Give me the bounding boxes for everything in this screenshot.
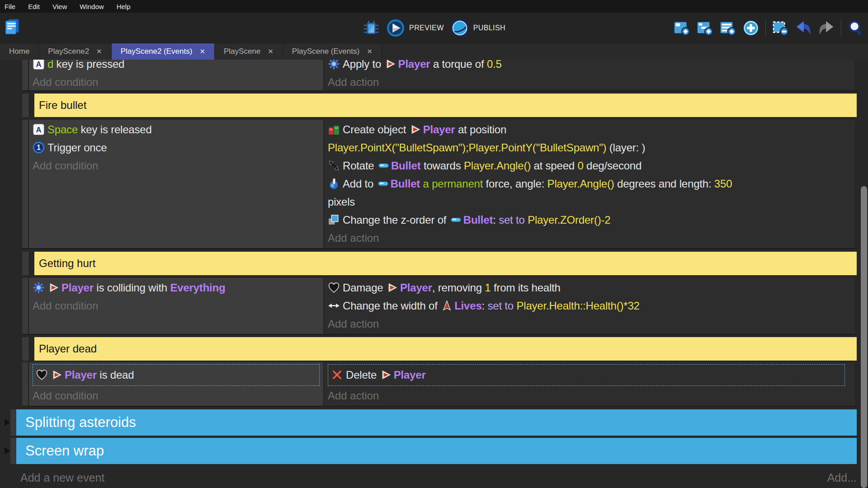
group-label: Getting hurt xyxy=(39,257,95,270)
trigger-once-icon: 1 xyxy=(33,141,45,154)
add-condition-button[interactable]: Add condition xyxy=(33,73,323,91)
condition-item[interactable]: ASpace key is released xyxy=(33,121,323,139)
keyboard-icon: A xyxy=(33,123,45,136)
debugger-icon[interactable] xyxy=(363,19,380,37)
collapse-arrow-icon[interactable] xyxy=(5,419,10,426)
action-item[interactable]: Add to Bullet a permanent force, angle: … xyxy=(328,175,846,211)
publish-button[interactable]: PUBLISH xyxy=(450,19,505,38)
group-gutter xyxy=(22,94,30,117)
menu-item-file[interactable]: File xyxy=(5,3,15,10)
group-header-splitting-asteroids[interactable]: Splitting asteroids xyxy=(16,409,857,436)
condition-item[interactable]: Ad key is pressed xyxy=(33,60,323,73)
event-drag-handle[interactable] xyxy=(22,278,29,334)
group-label: Player dead xyxy=(39,343,97,355)
undo-icon[interactable] xyxy=(795,19,812,37)
add-new-event-button[interactable]: Add a new event xyxy=(20,471,104,484)
toolbar-separator xyxy=(841,19,841,37)
event-row: Player is deadAdd conditionDelete Player… xyxy=(22,362,857,407)
add-action-button[interactable]: Add action xyxy=(328,315,846,333)
vertical-scrollbar[interactable] xyxy=(861,186,867,488)
event-group-row: Player dead xyxy=(22,337,857,361)
preview-button[interactable]: PREVIEW xyxy=(386,19,444,38)
tab-playscene2-events[interactable]: PlayScene2 (Events)✕ xyxy=(112,43,215,60)
heart-icon xyxy=(36,369,48,381)
add-condition-button[interactable]: Add condition xyxy=(33,387,323,405)
add-subevent-icon[interactable] xyxy=(696,19,713,37)
group-gutter xyxy=(22,337,30,361)
actions-cell: Create object Player at position Player.… xyxy=(324,120,855,248)
bullet-icon xyxy=(377,178,389,189)
player-icon xyxy=(52,369,63,380)
action-item[interactable]: Delete Player xyxy=(331,366,842,384)
player-icon xyxy=(387,282,398,293)
add-condition-button[interactable]: Add condition xyxy=(33,297,323,315)
remove-selection-icon[interactable] xyxy=(772,19,789,37)
condition-item[interactable]: 1Trigger once xyxy=(33,139,323,157)
close-icon[interactable]: ✕ xyxy=(268,47,274,56)
tab-home[interactable]: Home xyxy=(0,43,39,60)
action-item[interactable]: Change the z-order of Bullet: set to Pla… xyxy=(328,211,846,229)
group-header-fire-bullet[interactable]: Fire bullet xyxy=(34,94,857,117)
selected-action-box: Delete Player xyxy=(328,364,845,386)
group-header-player-dead[interactable]: Player dead xyxy=(34,337,857,361)
svg-text:A: A xyxy=(36,60,42,69)
player-icon xyxy=(381,369,392,380)
event-drag-handle[interactable] xyxy=(22,362,29,406)
group-gutter xyxy=(22,252,30,275)
collapse-arrow-icon[interactable] xyxy=(5,447,10,455)
add-action-button[interactable]: Add action xyxy=(328,387,846,405)
action-item[interactable]: Change the width of Lives: set to Player… xyxy=(328,297,846,315)
player-icon xyxy=(48,282,60,293)
action-item[interactable]: Rotate Bullet towards Player.Angle() at … xyxy=(328,157,846,175)
close-icon[interactable]: ✕ xyxy=(367,47,373,56)
bullet-icon xyxy=(378,160,389,171)
event-drag-handle[interactable] xyxy=(22,120,29,248)
tab-playscene2[interactable]: PlayScene2✕ xyxy=(39,43,111,60)
group-header-screen-wrap[interactable]: Screen wrap xyxy=(16,438,857,464)
action-item[interactable]: Create object Player at position Player.… xyxy=(328,121,846,157)
tab-playscene[interactable]: PlayScene✕ xyxy=(215,43,283,60)
action-item[interactable]: Apply to Player a torque of 0.5 xyxy=(328,60,846,73)
action-item[interactable]: Damage Player, removing 1 from its healt… xyxy=(328,279,846,297)
event-sheet-footer: Add a new eventAdd... xyxy=(20,471,857,484)
add-action-button[interactable]: Add action xyxy=(328,229,846,247)
zorder-icon xyxy=(328,214,340,226)
add-button[interactable]: Add... xyxy=(827,471,857,484)
selected-condition-box: Player is dead xyxy=(33,364,320,386)
event-row: Player is colliding with EverythingAdd c… xyxy=(22,278,857,335)
group-gutter xyxy=(10,438,16,464)
tab-playscene-events[interactable]: PlayScene (Events)✕ xyxy=(283,43,382,60)
event-drag-handle[interactable] xyxy=(22,60,29,90)
project-manager-icon[interactable] xyxy=(4,18,21,35)
conditions-cell: Ad key is pressedAdd condition xyxy=(29,60,324,90)
menu-item-window[interactable]: Window xyxy=(80,3,104,10)
close-icon[interactable]: ✕ xyxy=(199,47,205,56)
close-icon[interactable]: ✕ xyxy=(96,47,102,56)
actions-cell: Delete PlayerAdd action xyxy=(324,362,855,406)
add-condition-button[interactable]: Add condition xyxy=(33,157,323,175)
menu-item-view[interactable]: View xyxy=(52,3,67,10)
condition-item[interactable]: Player is dead xyxy=(36,366,316,384)
tab-label: Home xyxy=(9,47,29,56)
preview-label: PREVIEW xyxy=(409,24,444,32)
redo-icon[interactable] xyxy=(818,19,835,37)
conditions-cell: ASpace key is released1Trigger onceAdd c… xyxy=(29,120,324,248)
group-label: Fire bullet xyxy=(39,99,86,112)
menu-item-edit[interactable]: Edit xyxy=(28,3,40,10)
toolbar-separator xyxy=(765,19,766,37)
condition-item[interactable]: Player is colliding with Everything xyxy=(33,279,323,297)
keyboard-icon: A xyxy=(33,60,45,70)
add-action-button[interactable]: Add action xyxy=(328,73,846,91)
add-circle-icon[interactable] xyxy=(742,19,760,37)
delete-icon xyxy=(331,369,343,381)
group-header-getting-hurt[interactable]: Getting hurt xyxy=(34,252,857,275)
search-icon[interactable] xyxy=(847,19,864,37)
tab-bar: HomePlayScene2✕PlayScene2 (Events)✕PlayS… xyxy=(0,43,868,60)
width-icon xyxy=(328,300,340,312)
menu-item-help[interactable]: Help xyxy=(117,3,131,10)
svg-text:1: 1 xyxy=(37,144,41,151)
add-comment-icon[interactable] xyxy=(719,19,736,37)
add-event-icon[interactable] xyxy=(673,19,690,37)
bullet-icon xyxy=(450,214,462,225)
actions-cell: Apply to Player a torque of 0.5Add actio… xyxy=(324,60,855,90)
